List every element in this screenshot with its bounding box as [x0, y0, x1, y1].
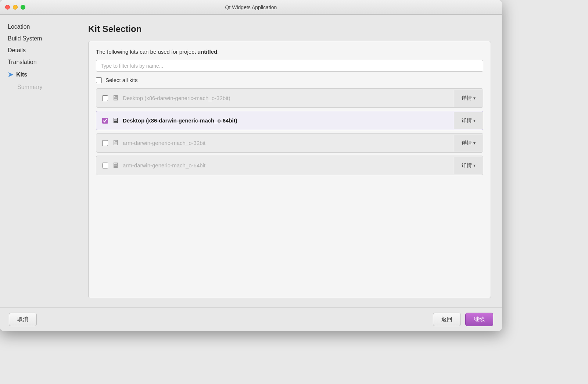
chevron-down-icon-arm-64: ▾	[473, 163, 476, 168]
detail-label-arm-32: 详情	[462, 140, 472, 146]
monitor-icon-desktop-32: 🖥	[112, 94, 119, 102]
kit-row-arm-64: 🖥 arm-darwin-generic-mach_o-64bit 详情 ▾	[96, 156, 483, 175]
kit-panel: The following kits can be used for proje…	[88, 41, 491, 298]
kit-row-arm-32: 🖥 arm-darwin-generic-mach_o-32bit 详情 ▾	[96, 133, 483, 153]
sidebar-item-summary: Summary	[6, 82, 72, 92]
select-all-label: Select all kits	[105, 77, 138, 83]
kit-detail-btn-arm-32[interactable]: 详情 ▾	[454, 135, 483, 152]
sidebar-item-translation[interactable]: Translation	[6, 57, 72, 67]
kits-list: 🖥 Desktop (x86-darwin-generic-mach_o-32b…	[96, 88, 483, 291]
kit-detail-btn-desktop-32[interactable]: 详情 ▾	[454, 90, 483, 107]
detail-label-desktop-64: 详情	[462, 117, 472, 124]
select-all-checkbox[interactable]	[96, 77, 102, 83]
chevron-down-icon-arm-32: ▾	[473, 141, 476, 146]
select-all-row: Select all kits	[96, 77, 483, 83]
chevron-down-icon-desktop-64: ▾	[473, 118, 476, 123]
project-name: untitled	[197, 49, 217, 55]
sidebar-item-label-details: Details	[8, 47, 26, 54]
kit-name-desktop-32: Desktop (x86-darwin-generic-mach_o-32bit…	[123, 95, 230, 101]
sidebar-item-label-summary: Summary	[17, 84, 42, 90]
description-suffix: :	[217, 49, 219, 55]
sidebar-item-label-build-system: Build System	[8, 35, 42, 42]
titlebar: Qt Widgets Application	[0, 0, 502, 15]
back-button[interactable]: 返回	[433, 313, 461, 326]
footer-right-buttons: 返回 继续	[433, 313, 493, 326]
kit-checkbox-desktop-64[interactable]	[102, 118, 108, 124]
minimize-button[interactable]	[13, 5, 18, 10]
kit-name-arm-64: arm-darwin-generic-mach_o-64bit	[123, 162, 205, 168]
sidebar-item-label-location: Location	[8, 24, 30, 30]
traffic-lights	[5, 5, 25, 10]
sidebar-item-label-kits: Kits	[16, 71, 27, 78]
monitor-icon-arm-32: 🖥	[112, 139, 119, 147]
sidebar: Location Build System Details Translatio…	[0, 15, 77, 307]
cancel-button[interactable]: 取消	[9, 313, 37, 326]
kit-detail-btn-arm-64[interactable]: 详情 ▾	[454, 157, 483, 174]
sidebar-item-label-translation: Translation	[8, 59, 37, 65]
continue-button[interactable]: 继续	[465, 313, 493, 326]
kit-checkbox-desktop-32[interactable]	[102, 95, 108, 101]
kit-name-arm-32: arm-darwin-generic-mach_o-32bit	[123, 140, 205, 146]
detail-label-desktop-32: 详情	[462, 95, 472, 102]
close-button[interactable]	[5, 5, 10, 10]
kit-name-desktop-64: Desktop (x86-darwin-generic-mach_o-64bit…	[123, 117, 237, 124]
kit-row-desktop-32: 🖥 Desktop (x86-darwin-generic-mach_o-32b…	[96, 88, 483, 108]
filter-input[interactable]	[96, 60, 483, 72]
detail-label-arm-64: 详情	[462, 162, 472, 169]
sidebar-item-location[interactable]: Location	[6, 22, 72, 32]
kit-row-left-arm-32: 🖥 arm-darwin-generic-mach_o-32bit	[96, 134, 454, 152]
page-title: Kit Selection	[88, 24, 491, 34]
window-title: Qt Widgets Application	[225, 4, 277, 10]
kit-row-left-arm-64: 🖥 arm-darwin-generic-mach_o-64bit	[96, 156, 454, 175]
sidebar-item-build-system[interactable]: Build System	[6, 34, 72, 43]
kit-detail-btn-desktop-64[interactable]: 详情 ▾	[454, 112, 483, 129]
kit-checkbox-arm-64[interactable]	[102, 163, 108, 168]
monitor-icon-arm-64: 🖥	[112, 161, 119, 170]
description-prefix: The following kits can be used for proje…	[96, 49, 197, 55]
bottom-bar: 取消 返回 继续	[0, 307, 502, 331]
kit-description: The following kits can be used for proje…	[96, 49, 483, 55]
kits-arrow-icon: ➤	[8, 71, 13, 79]
sidebar-item-details[interactable]: Details	[6, 46, 72, 55]
kit-row-left-desktop-64: 🖥 Desktop (x86-darwin-generic-mach_o-64b…	[96, 111, 454, 130]
chevron-down-icon-desktop-32: ▾	[473, 96, 476, 101]
kit-row-left-desktop-32: 🖥 Desktop (x86-darwin-generic-mach_o-32b…	[96, 89, 454, 107]
kit-row-desktop-64: 🖥 Desktop (x86-darwin-generic-mach_o-64b…	[96, 111, 483, 130]
maximize-button[interactable]	[21, 5, 25, 10]
kit-checkbox-arm-32[interactable]	[102, 140, 108, 146]
sidebar-item-kits[interactable]: ➤ Kits	[6, 69, 72, 80]
content-area: Kit Selection The following kits can be …	[77, 15, 502, 307]
main-layout: Location Build System Details Translatio…	[0, 15, 502, 307]
monitor-icon-desktop-64: 🖥	[112, 116, 119, 125]
